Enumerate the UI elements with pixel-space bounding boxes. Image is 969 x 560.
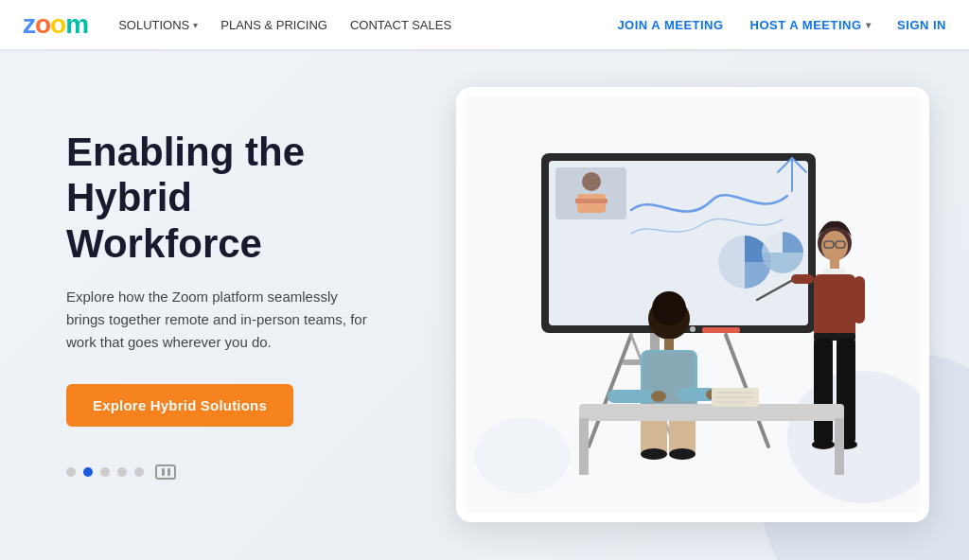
carousel-dot-1[interactable] <box>66 467 76 477</box>
svg-rect-13 <box>575 199 608 203</box>
join-meeting-link[interactable]: JOIN A MEETING <box>617 18 723 32</box>
svg-rect-51 <box>835 418 844 475</box>
svg-rect-19 <box>702 327 740 333</box>
svg-rect-35 <box>854 276 865 324</box>
svg-rect-38 <box>664 339 674 352</box>
navbar: zoom SOLUTIONS ▾ PLANS & PRICING CONTACT… <box>0 0 969 49</box>
carousel-dot-3[interactable] <box>100 467 110 477</box>
nav-plans-pricing[interactable]: PLANS & PRICING <box>220 18 327 32</box>
svg-point-47 <box>641 448 667 460</box>
pause-icon-bar2 <box>167 468 170 476</box>
logo[interactable]: zoom <box>23 9 88 40</box>
hero-left-content: Enabling the Hybrid Workforce Explore ho… <box>0 49 435 560</box>
carousel-dot-4[interactable] <box>117 467 127 477</box>
carousel-pause-button[interactable] <box>155 464 176 480</box>
hero-title: Enabling the Hybrid Workforce <box>66 130 379 267</box>
svg-rect-49 <box>579 404 844 421</box>
svg-rect-50 <box>579 418 589 475</box>
hero-description: Explore how the Zoom platform seamlessly… <box>66 286 379 354</box>
svg-rect-27 <box>814 274 855 341</box>
hero-right-illustration <box>435 49 969 560</box>
nav-contact-sales[interactable]: CONTACT SALES <box>350 18 451 32</box>
svg-point-21 <box>821 231 848 261</box>
svg-point-43 <box>651 391 666 402</box>
pause-icon-bar1 <box>162 468 165 476</box>
svg-point-48 <box>669 448 696 460</box>
svg-point-11 <box>582 172 601 191</box>
sign-in-link[interactable]: SIGN IN <box>897 18 946 32</box>
svg-rect-41 <box>608 390 655 403</box>
hero-section: Enabling the Hybrid Workforce Explore ho… <box>0 49 969 560</box>
chevron-down-icon: ▾ <box>866 20 872 30</box>
carousel-dot-5[interactable] <box>134 467 144 477</box>
svg-point-2 <box>475 418 570 494</box>
svg-rect-29 <box>814 339 833 443</box>
host-meeting-link[interactable]: HOST A MEETING ▾ <box>750 18 871 32</box>
chevron-down-icon: ▾ <box>193 20 198 30</box>
nav-solutions[interactable]: SOLUTIONS ▾ <box>118 18 198 32</box>
illustration-card <box>456 87 929 522</box>
svg-point-31 <box>812 440 835 449</box>
nav-left: SOLUTIONS ▾ PLANS & PRICING CONTACT SALE… <box>118 18 617 32</box>
svg-rect-33 <box>791 274 814 284</box>
carousel-dot-2[interactable] <box>83 467 93 477</box>
hero-illustration <box>466 96 920 513</box>
explore-hybrid-solutions-button[interactable]: Explore Hybrid Solutions <box>66 384 293 427</box>
svg-point-18 <box>690 326 696 332</box>
svg-point-37 <box>652 291 686 325</box>
nav-right: JOIN A MEETING HOST A MEETING ▾ SIGN IN <box>617 18 946 32</box>
carousel-dots <box>66 464 379 480</box>
